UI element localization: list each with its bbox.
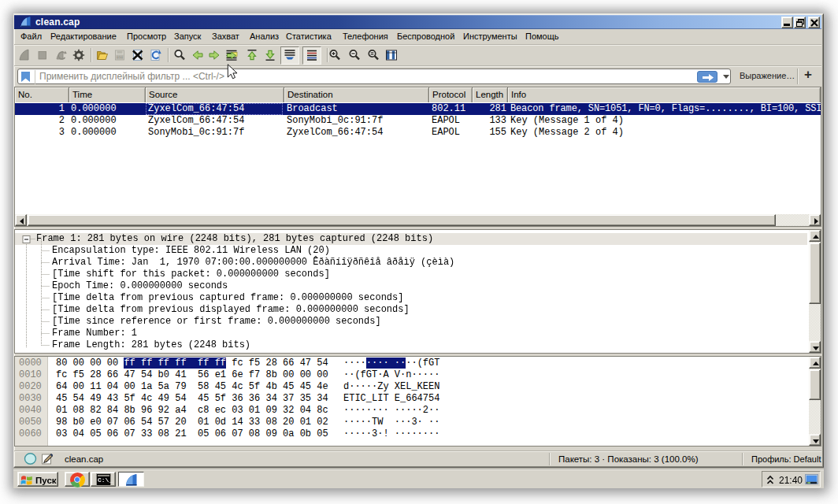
- svg-text:010: 010: [117, 55, 123, 59]
